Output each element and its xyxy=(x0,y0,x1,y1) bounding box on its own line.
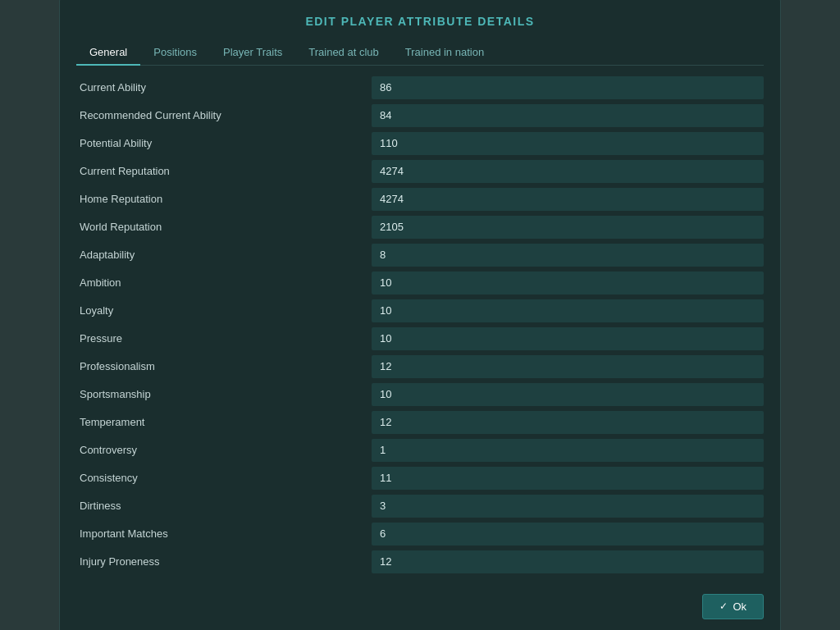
tab-positions[interactable]: Positions xyxy=(140,41,210,65)
attribute-label: Home Reputation xyxy=(76,193,372,205)
table-row: Important Matches6 xyxy=(76,522,764,546)
tab-player-traits[interactable]: Player Traits xyxy=(210,41,295,65)
attribute-label: Current Ability xyxy=(76,81,372,94)
attribute-value[interactable]: 10 xyxy=(372,327,764,350)
attribute-label: Important Matches xyxy=(76,527,372,540)
table-row: World Reputation2105 xyxy=(76,215,764,240)
attribute-value[interactable]: 110 xyxy=(372,132,764,155)
ok-label: Ok xyxy=(733,600,746,613)
table-row: Pressure10 xyxy=(76,326,764,351)
attribute-value[interactable]: 12 xyxy=(372,355,764,378)
table-row: Potential Ability110 xyxy=(76,131,764,156)
attribute-value[interactable]: 3 xyxy=(372,495,764,518)
table-row: Current Reputation4274 xyxy=(76,159,764,184)
table-row: Adaptability8 xyxy=(76,243,764,267)
attribute-label: Ambition xyxy=(76,276,372,289)
attribute-value[interactable]: 11 xyxy=(372,467,764,490)
attribute-label: Professionalism xyxy=(76,360,372,372)
attribute-label: Temperament xyxy=(76,416,372,428)
attribute-value: 84 xyxy=(372,104,764,127)
attribute-value[interactable]: 12 xyxy=(372,411,764,434)
attribute-value[interactable]: 4274 xyxy=(372,188,764,211)
attribute-label: Injury Proneness xyxy=(76,555,372,568)
attribute-label: Consistency xyxy=(76,472,372,484)
attribute-value[interactable]: 10 xyxy=(372,272,764,294)
ok-button[interactable]: ✓ Ok xyxy=(702,594,764,619)
tab-general[interactable]: General xyxy=(76,41,140,65)
table-row: Loyalty10 xyxy=(76,299,764,323)
attribute-label: Recommended Current Ability xyxy=(76,109,372,121)
table-row: Recommended Current Ability84 xyxy=(76,103,764,128)
table-row: Current Ability86 xyxy=(76,75,764,100)
check-icon: ✓ xyxy=(719,600,728,612)
attribute-value[interactable]: 4274 xyxy=(372,160,764,183)
attribute-label: Pressure xyxy=(76,332,372,345)
attribute-value[interactable]: 86 xyxy=(372,76,764,99)
attribute-value[interactable]: 1 xyxy=(372,439,764,462)
attribute-value[interactable]: 6 xyxy=(372,523,764,546)
attribute-label: Controversy xyxy=(76,444,372,456)
table-row: Home Reputation4274 xyxy=(76,187,764,212)
tab-trained-in-nation[interactable]: Trained in nation xyxy=(392,41,497,65)
table-row: Ambition10 xyxy=(76,271,764,295)
table-row: Injury Proneness12 xyxy=(76,550,764,574)
attribute-label: Sportsmanship xyxy=(76,388,372,400)
attribute-label: Dirtiness xyxy=(76,500,372,512)
attribute-value[interactable]: 10 xyxy=(372,383,764,406)
table-row: Consistency11 xyxy=(76,466,764,491)
attribute-label: World Reputation xyxy=(76,221,372,233)
table-row: Temperament12 xyxy=(76,410,764,435)
tab-trained-at-club[interactable]: Trained at club xyxy=(295,41,392,65)
attribute-label: Potential Ability xyxy=(76,137,372,149)
table-row: Professionalism12 xyxy=(76,354,764,379)
attribute-value[interactable]: 10 xyxy=(372,299,764,322)
modal-title: EDIT PLAYER ATTRIBUTE DETAILS xyxy=(76,15,764,28)
edit-player-attribute-modal: EDIT PLAYER ATTRIBUTE DETAILS General Po… xyxy=(59,0,781,630)
table-row: Controversy1 xyxy=(76,438,764,463)
attribute-value[interactable]: 2105 xyxy=(372,216,764,239)
attribute-value[interactable]: 12 xyxy=(372,550,764,573)
attribute-label: Loyalty xyxy=(76,304,372,317)
attribute-label: Adaptability xyxy=(76,249,372,261)
table-row: Sportsmanship10 xyxy=(76,382,764,407)
attribute-value[interactable]: 8 xyxy=(372,244,764,267)
modal-footer: ✓ Ok xyxy=(76,587,764,619)
attribute-label: Current Reputation xyxy=(76,165,372,177)
table-row: Dirtiness3 xyxy=(76,494,764,518)
attributes-content: Current Ability86Recommended Current Abi… xyxy=(76,75,764,578)
tab-bar: General Positions Player Traits Trained … xyxy=(76,41,764,66)
